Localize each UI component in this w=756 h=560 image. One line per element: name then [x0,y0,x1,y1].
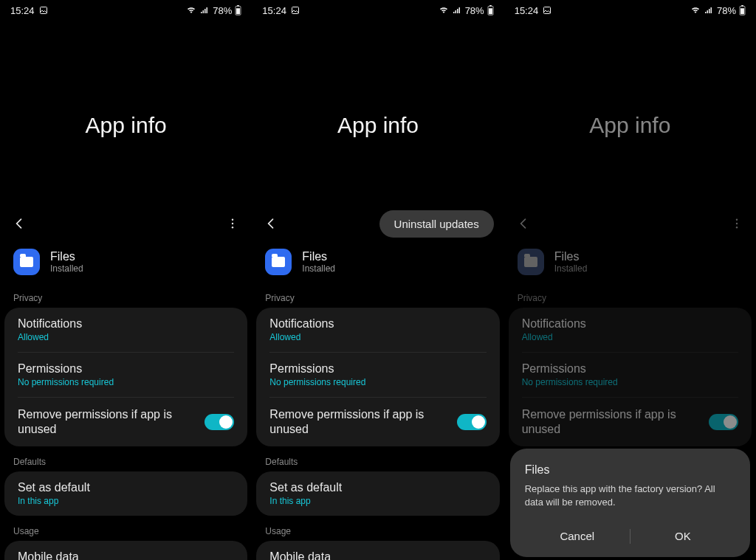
section-privacy: Privacy [252,283,504,308]
remove-permissions-row[interactable]: Remove permissions if app is unused [509,398,752,446]
mobile-data-label: Mobile data [18,550,234,560]
uninstall-updates-menu-item[interactable]: Uninstall updates [379,210,494,238]
signal-icon [452,6,462,15]
permissions-label: Permissions [522,362,738,376]
usage-card: Mobile data No data used [256,541,499,560]
app-status: Installed [50,263,83,274]
notifications-sub: Allowed [18,332,234,342]
set-default-label: Set as default [18,481,234,494]
permissions-sub: No permissions required [269,377,486,387]
set-default-row[interactable]: Set as default In this app [4,471,247,516]
set-default-sub: In this app [269,496,486,506]
remove-permissions-label: Remove permissions if app is unused [18,407,195,437]
screen-app-info-menu: 15:24 78% App info [252,0,504,560]
notifications-row[interactable]: Notifications Allowed [4,308,247,352]
set-default-label: Set as default [269,481,486,494]
confirm-dialog: Files Replace this app with the factory … [510,449,750,557]
usage-card: Mobile data No data used [4,541,247,560]
app-header: Files Installed [252,238,504,283]
signal-icon [704,6,714,15]
more-menu-button[interactable] [224,215,241,232]
svg-rect-2 [236,8,240,14]
section-defaults: Defaults [0,446,252,471]
more-menu-button[interactable] [728,215,746,232]
battery-icon [487,5,494,15]
battery-icon [235,5,241,15]
status-battery-text: 78% [717,5,736,16]
dialog-cancel-button[interactable]: Cancel [525,522,630,550]
svg-rect-3 [237,5,239,6]
app-icon [518,249,544,275]
permissions-label: Permissions [18,362,234,376]
dialog-message: Replace this app with the factory versio… [525,483,735,509]
section-usage: Usage [0,516,252,541]
notifications-label: Notifications [522,317,738,331]
app-icon [13,249,40,275]
mobile-data-row[interactable]: Mobile data No data used [4,541,247,560]
mobile-data-label: Mobile data [269,550,486,560]
app-name: Files [50,250,83,263]
privacy-card: Notifications Allowed Permissions No per… [4,308,247,446]
section-usage: Usage [252,516,504,541]
back-button[interactable] [262,215,280,232]
permissions-row[interactable]: Permissions No permissions required [4,353,247,397]
defaults-card: Set as default In this app [4,471,247,516]
header-row [504,209,756,238]
remove-permissions-toggle[interactable] [709,414,738,430]
section-defaults: Defaults [252,446,504,471]
wifi-icon [186,6,196,15]
status-bar: 15:24 78% [0,0,252,21]
status-time: 15:24 [515,5,539,16]
svg-rect-0 [40,7,47,14]
svg-point-5 [232,223,233,224]
permissions-sub: No permissions required [522,377,738,387]
svg-point-16 [736,223,738,224]
status-battery-text: 78% [213,5,232,16]
notifications-label: Notifications [18,317,234,331]
screen-app-info-dialog: 15:24 78% App info [504,0,756,560]
status-time: 15:24 [262,5,286,16]
svg-point-6 [232,227,233,228]
remove-permissions-label: Remove permissions if app is unused [269,407,447,437]
notifications-row[interactable]: Notifications Allowed [509,308,752,352]
notifications-sub: Allowed [269,332,486,342]
status-bar: 15:24 78% [252,0,504,21]
wifi-icon [439,6,449,15]
svg-rect-9 [489,8,492,14]
page-title: App info [0,113,252,138]
header-row: Uninstall updates [252,209,504,238]
permissions-row[interactable]: Permissions No permissions required [256,353,499,397]
app-header: Files Installed [504,238,756,283]
dialog-ok-button[interactable]: OK [630,522,735,550]
defaults-card: Set as default In this app [256,471,499,516]
page-title: App info [504,113,756,138]
status-bar: 15:24 78% [504,0,756,21]
notifications-label: Notifications [269,317,486,331]
remove-permissions-toggle[interactable] [205,414,234,430]
privacy-card: Notifications Allowed Permissions No per… [256,308,499,446]
signal-icon [199,6,210,15]
remove-permissions-row[interactable]: Remove permissions if app is unused [256,398,499,446]
set-default-sub: In this app [18,496,234,506]
status-battery-text: 78% [465,5,484,16]
dialog-title: Files [525,463,735,477]
svg-rect-14 [741,5,743,6]
header-row [0,209,252,238]
svg-point-15 [736,219,738,221]
mobile-data-row[interactable]: Mobile data No data used [256,541,499,560]
image-icon [291,6,300,15]
svg-rect-11 [544,7,551,14]
back-button[interactable] [515,215,532,232]
app-status: Installed [554,263,588,274]
wifi-icon [690,6,701,15]
permissions-row[interactable]: Permissions No permissions required [509,353,752,397]
notifications-row[interactable]: Notifications Allowed [256,308,499,352]
remove-permissions-label: Remove permissions if app is unused [522,407,699,437]
svg-rect-7 [292,7,298,14]
battery-icon [739,5,746,15]
set-default-row[interactable]: Set as default In this app [256,471,499,516]
svg-rect-10 [489,5,492,6]
back-button[interactable] [10,215,28,232]
remove-permissions-toggle[interactable] [457,414,487,430]
remove-permissions-row[interactable]: Remove permissions if app is unused [4,398,247,446]
